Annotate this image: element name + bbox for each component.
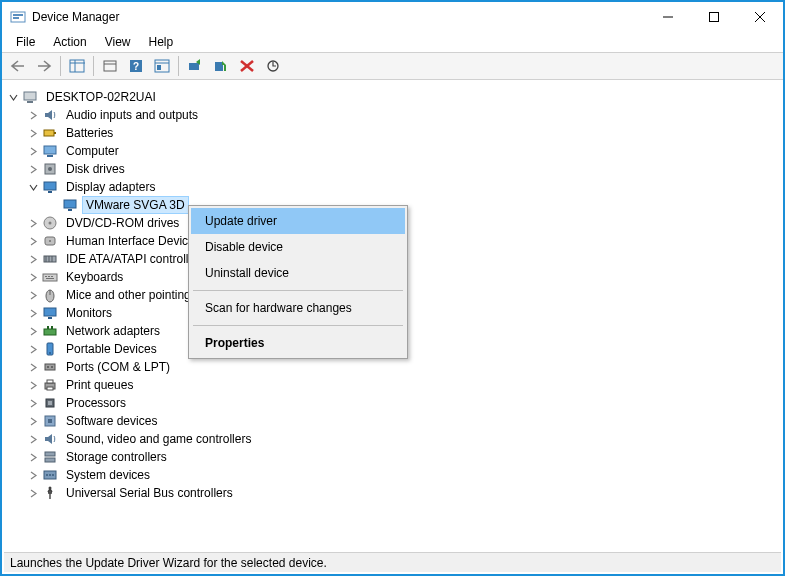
chevron-right-icon[interactable]	[26, 108, 40, 122]
back-button[interactable]	[6, 55, 30, 77]
hid-icon	[42, 233, 58, 249]
maximize-button[interactable]	[691, 2, 737, 32]
chevron-down-icon[interactable]	[26, 180, 40, 194]
cm-uninstall-device[interactable]: Uninstall device	[191, 260, 405, 286]
tree-category-row[interactable]: System devices	[26, 466, 781, 484]
tree-category-row[interactable]: Batteries	[26, 124, 781, 142]
svg-rect-10	[104, 61, 116, 71]
chevron-right-icon[interactable]	[26, 378, 40, 392]
chevron-right-icon[interactable]	[26, 306, 40, 320]
chevron-right-icon[interactable]	[26, 414, 40, 428]
tree-category-row[interactable]: Audio inputs and outputs	[26, 106, 781, 124]
action-button[interactable]	[150, 55, 174, 77]
svg-rect-57	[45, 364, 55, 370]
chevron-right-icon[interactable]	[26, 252, 40, 266]
scan-hardware-button[interactable]	[261, 55, 285, 77]
cd-icon	[42, 215, 58, 231]
chevron-right-icon[interactable]	[26, 450, 40, 464]
svg-point-30	[48, 167, 52, 171]
tree-category-label: Human Interface Devices	[62, 232, 205, 250]
svg-text:?: ?	[133, 61, 139, 72]
tree-category-label: Universal Serial Bus controllers	[62, 484, 237, 502]
tree-category-label: Portable Devices	[62, 340, 161, 358]
tree-root-row[interactable]: DESKTOP-02R2UAI	[6, 88, 781, 106]
forward-button[interactable]	[32, 55, 56, 77]
chevron-right-icon[interactable]	[26, 342, 40, 356]
tree-device-label: VMware SVGA 3D	[82, 196, 189, 214]
chevron-right-icon[interactable]	[26, 432, 40, 446]
expander-placeholder	[46, 198, 60, 212]
chevron-right-icon[interactable]	[26, 396, 40, 410]
chevron-right-icon[interactable]	[26, 324, 40, 338]
tree-category-label: Network adapters	[62, 322, 164, 340]
system-icon	[42, 467, 58, 483]
menu-file[interactable]: File	[8, 33, 43, 51]
speaker-icon	[42, 107, 58, 123]
uninstall-button[interactable]	[235, 55, 259, 77]
tree-category-row[interactable]: Processors	[26, 394, 781, 412]
enable-device-button[interactable]	[209, 55, 233, 77]
chevron-right-icon[interactable]	[26, 270, 40, 284]
tree-category-label: Keyboards	[62, 268, 127, 286]
chevron-right-icon[interactable]	[26, 468, 40, 482]
chevron-right-icon[interactable]	[26, 216, 40, 230]
svg-rect-46	[51, 276, 53, 277]
tree-category-row[interactable]: Sound, video and game controllers	[26, 430, 781, 448]
close-button[interactable]	[737, 2, 783, 32]
tree-category-row[interactable]: Storage controllers	[26, 448, 781, 466]
help-button[interactable]: ?	[124, 55, 148, 77]
cm-disable-device[interactable]: Disable device	[191, 234, 405, 260]
minimize-button[interactable]	[645, 2, 691, 32]
cm-separator	[193, 325, 403, 326]
app-icon	[10, 9, 26, 25]
show-hide-tree-button[interactable]	[65, 55, 89, 77]
disk-icon	[42, 161, 58, 177]
cpu-icon	[42, 395, 58, 411]
battery-icon	[42, 125, 58, 141]
chevron-right-icon[interactable]	[26, 144, 40, 158]
cm-update-driver[interactable]: Update driver	[191, 208, 405, 234]
status-text: Launches the Update Driver Wizard for th…	[10, 556, 327, 570]
tree-device-row[interactable]: VMware SVGA 3D	[46, 196, 781, 214]
portable-icon	[42, 341, 58, 357]
cm-properties[interactable]: Properties	[191, 330, 405, 356]
tree-category-row[interactable]: Disk drives	[26, 160, 781, 178]
tree-category-label: Sound, video and game controllers	[62, 430, 255, 448]
svg-point-58	[47, 366, 49, 368]
tree-category-row[interactable]: Print queues	[26, 376, 781, 394]
chevron-down-icon[interactable]	[6, 90, 20, 104]
menu-view[interactable]: View	[97, 33, 139, 51]
svg-rect-50	[44, 308, 56, 316]
status-bar: Launches the Update Driver Wizard for th…	[4, 552, 781, 572]
chevron-right-icon[interactable]	[26, 288, 40, 302]
monitor-icon	[62, 197, 78, 213]
chevron-right-icon[interactable]	[26, 126, 40, 140]
computer-icon	[42, 143, 58, 159]
menu-help[interactable]: Help	[141, 33, 182, 51]
tree-category-row[interactable]: Computer	[26, 142, 781, 160]
svg-rect-32	[48, 191, 52, 193]
svg-rect-19	[224, 65, 226, 71]
tree-category-row[interactable]: Software devices	[26, 412, 781, 430]
tree-category-row[interactable]: Ports (COM & LPT)	[26, 358, 781, 376]
toolbar-separator	[60, 56, 61, 76]
tree-category-row[interactable]: Display adapters	[26, 178, 781, 196]
properties-button[interactable]	[98, 55, 122, 77]
chevron-right-icon[interactable]	[26, 486, 40, 500]
chevron-right-icon[interactable]	[26, 234, 40, 248]
printer-icon	[42, 377, 58, 393]
chevron-right-icon[interactable]	[26, 162, 40, 176]
svg-rect-23	[24, 92, 36, 100]
tree-category-label: Batteries	[62, 124, 117, 142]
chevron-right-icon[interactable]	[26, 360, 40, 374]
menu-action[interactable]: Action	[45, 33, 94, 51]
update-driver-button[interactable]	[183, 55, 207, 77]
cm-scan-hardware[interactable]: Scan for hardware changes	[191, 295, 405, 321]
svg-rect-1	[13, 14, 23, 16]
svg-rect-26	[54, 132, 56, 134]
svg-rect-28	[47, 155, 53, 157]
title-bar: Device Manager	[2, 2, 783, 32]
menu-bar: File Action View Help	[2, 32, 783, 52]
svg-rect-17	[189, 63, 199, 70]
tree-category-row[interactable]: Universal Serial Bus controllers	[26, 484, 781, 502]
